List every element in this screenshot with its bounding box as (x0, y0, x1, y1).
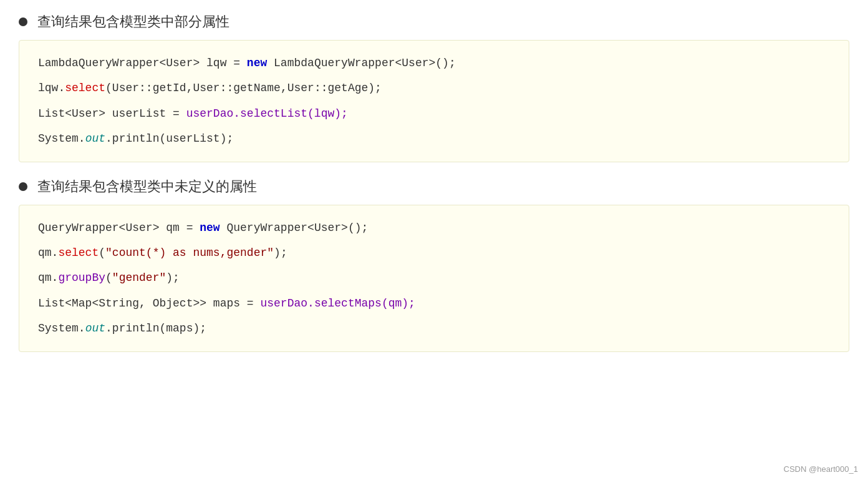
code-line-2-2: qm.select("count(*) as nums,gender"); (38, 243, 830, 263)
code-text: ( (99, 247, 105, 259)
code-method-groupby: groupBy (58, 272, 105, 284)
code-text: (User::getId,User::getName,User::getAge)… (105, 82, 382, 94)
section-1: 查询结果包含模型类中部分属性 LambdaQueryWrapper<User> … (19, 12, 849, 162)
page-content: 查询结果包含模型类中部分属性 LambdaQueryWrapper<User> … (19, 12, 849, 352)
footer-credit: CSDN @heart000_1 (784, 464, 858, 474)
code-text: List<Map<String, Object>> maps = (38, 297, 260, 310)
code-line-1-1: LambdaQueryWrapper<User> lqw = new Lambd… (38, 53, 830, 73)
code-line-2-3: qm.groupBy("gender"); (38, 268, 830, 288)
bullet-icon (19, 17, 27, 26)
code-line-1-3: List<User> userList = userDao.selectList… (38, 104, 830, 124)
code-text: System. (38, 132, 85, 145)
code-text: .println(maps); (105, 322, 206, 335)
section-2-code-block: QueryWrapper<User> qm = new QueryWrapper… (19, 205, 849, 352)
code-text: qm. (38, 247, 58, 259)
section-2-header: 查询结果包含模型类中未定义的属性 (19, 177, 849, 196)
code-keyword-new-2: new (200, 222, 219, 234)
code-method-select: select (65, 82, 105, 94)
code-keyword-new: new (247, 57, 267, 69)
code-out: out (85, 132, 105, 145)
section-2: 查询结果包含模型类中未定义的属性 QueryWrapper<User> qm =… (19, 177, 849, 352)
code-line-2-1: QueryWrapper<User> qm = new QueryWrapper… (38, 218, 830, 238)
code-string: "count(*) as nums,gender" (105, 247, 274, 259)
section-2-title: 查询结果包含模型类中未定义的属性 (37, 177, 257, 196)
code-text: .println(userList); (105, 132, 233, 145)
section-1-code-block: LambdaQueryWrapper<User> lqw = new Lambd… (19, 40, 849, 162)
code-text: lqw. (38, 82, 65, 94)
code-line-2-5: System.out.println(maps); (38, 318, 830, 338)
code-text: QueryWrapper<User>(); (220, 222, 369, 234)
code-text: LambdaQueryWrapper<User> lqw = (38, 57, 247, 69)
code-line-1-2: lqw.select(User::getId,User::getName,Use… (38, 78, 830, 98)
code-method-call: userDao.selectList(lqw); (186, 107, 348, 120)
section-1-title: 查询结果包含模型类中部分属性 (37, 12, 229, 31)
code-string-2: "gender" (112, 272, 166, 284)
code-text: System. (38, 322, 85, 335)
code-out-2: out (85, 322, 105, 335)
code-text: ); (274, 247, 287, 259)
code-text: QueryWrapper<User> qm = (38, 222, 200, 234)
code-text: LambdaQueryWrapper<User>(); (267, 57, 455, 69)
code-method-call-2: userDao.selectMaps(qm); (260, 297, 415, 310)
code-line-2-4: List<Map<String, Object>> maps = userDao… (38, 293, 830, 313)
code-text: qm. (38, 272, 58, 284)
section-1-header: 查询结果包含模型类中部分属性 (19, 12, 849, 31)
code-text: ( (105, 272, 112, 284)
bullet-icon-2 (19, 182, 27, 191)
code-line-1-4: System.out.println(userList); (38, 129, 830, 149)
code-text: List<User> userList = (38, 107, 186, 120)
code-method-select-2: select (58, 247, 99, 259)
code-text: ); (166, 272, 180, 284)
